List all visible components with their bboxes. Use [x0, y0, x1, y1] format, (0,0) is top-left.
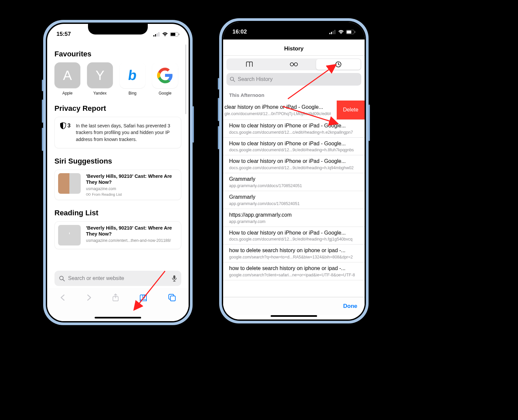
wifi-icon	[338, 30, 344, 34]
svg-point-8	[89, 193, 91, 195]
history-row[interactable]: How to clear history on iPhone or iPad -…	[223, 120, 365, 138]
history-row-url: google.com/search?q=how+to+d...RA5&biw=1…	[229, 255, 359, 259]
history-row-title: How to clear history on iPhone or iPad -…	[229, 122, 359, 129]
history-row[interactable]: how to delete search history on iphone o…	[223, 262, 365, 280]
svg-point-22	[290, 63, 294, 66]
reading-title: 'Beverly Hills, 90210' Cast: Where Are T…	[86, 225, 178, 237]
svg-rect-21	[355, 31, 355, 33]
svg-rect-15	[329, 33, 330, 34]
segment-reading-list[interactable]	[272, 59, 316, 70]
segmented-control[interactable]	[226, 58, 361, 70]
forward-icon[interactable]	[86, 294, 92, 301]
clock-icon	[335, 61, 342, 68]
history-row-url: app.grammarly.com/ddocs/1708524051	[229, 183, 359, 188]
favourite-bing[interactable]: b Bing	[120, 62, 145, 96]
history-row-url: app.grammarly.com	[229, 219, 359, 224]
history-row-title: https://app.grammarly.com	[229, 212, 359, 219]
suggestion-thumbnail	[58, 173, 81, 194]
history-row-title: how to delete search history on iphone o…	[229, 265, 359, 272]
svg-rect-0	[153, 35, 154, 36]
status-time: 15:57	[56, 31, 71, 37]
google-logo-icon	[157, 67, 173, 83]
search-history-field[interactable]: Search History	[226, 73, 361, 86]
history-row[interactable]: Grammarlyapp.grammarly.com/docs/17085240…	[223, 191, 365, 209]
bottom-bar: Search or enter website	[47, 288, 189, 321]
svg-point-23	[294, 63, 298, 66]
history-row-url: gle.com/document/d/12...0nTPOhqTj-LMoj8e…	[224, 111, 335, 116]
iphone-frame-right: 16:02 History	[219, 18, 369, 323]
search-icon	[230, 77, 235, 82]
svg-rect-3	[158, 32, 159, 36]
suggestion-origin: From Reading List	[86, 192, 178, 196]
reading-list-heading: Reading List	[54, 209, 181, 217]
status-time: 16:02	[232, 29, 247, 35]
back-icon[interactable]	[60, 294, 66, 301]
delete-button[interactable]: Delete	[337, 101, 365, 119]
scroll-indicator	[185, 44, 186, 114]
history-row[interactable]: Grammarlyapp.grammarly.com/ddocs/1708524…	[223, 173, 365, 191]
toolbar-bottom: Done	[223, 297, 365, 315]
history-row-url: docs.google.com/document/d/12...9c/edit#…	[229, 237, 359, 242]
cellular-icon	[329, 30, 336, 34]
favourite-yandex[interactable]: Y Yandex	[87, 62, 113, 96]
glasses-icon	[86, 193, 91, 196]
history-list[interactable]: clear history on iPhone or iPad - Google…	[223, 101, 365, 280]
siri-suggestions-heading: Siri Suggestions	[54, 157, 181, 166]
svg-rect-10	[173, 275, 175, 279]
favourite-google[interactable]: Google	[152, 62, 178, 96]
segment-history[interactable]	[316, 59, 361, 70]
address-placeholder: Search or enter website	[68, 275, 169, 281]
battery-icon	[346, 30, 355, 34]
svg-rect-1	[155, 34, 156, 36]
favourite-apple[interactable]: A Apple	[54, 62, 80, 96]
svg-rect-18	[334, 30, 335, 34]
bookmarks-icon[interactable]	[139, 294, 148, 301]
reading-thumbnail: '	[58, 225, 81, 245]
favourites-row: A Apple Y Yandex b Bing	[54, 62, 181, 96]
microphone-icon[interactable]	[172, 275, 177, 282]
history-row-title: Grammarly	[229, 176, 359, 183]
history-row[interactable]: how to delete search history on iphone o…	[223, 245, 365, 262]
segment-bookmarks[interactable]	[227, 59, 272, 70]
history-row[interactable]: How to clear history on iPhone or iPad -…	[223, 155, 365, 173]
search-history-placeholder: Search History	[238, 76, 273, 82]
battery-icon	[170, 32, 179, 36]
history-title: History	[223, 41, 365, 56]
history-row[interactable]: How to clear history on iPhone or iPad -…	[223, 138, 365, 156]
share-icon[interactable]	[112, 293, 119, 302]
reading-list-card[interactable]: ' 'Beverly Hills, 90210' Cast: Where Are…	[54, 221, 181, 249]
history-group-label: This Afternoon	[223, 86, 365, 101]
iphone-frame-left: 15:57 Favourites A Apple Y	[43, 20, 193, 325]
address-bar[interactable]: Search or enter website	[54, 271, 181, 286]
history-row-title: How to clear history on iPhone or iPad -…	[229, 140, 359, 147]
history-row[interactable]: https://app.grammarly.comapp.grammarly.c…	[223, 209, 365, 227]
suggestion-source: usmagazine.com	[86, 186, 178, 191]
svg-rect-5	[171, 33, 175, 36]
history-row[interactable]: clear history on iPhone or iPad - Google…	[223, 101, 365, 120]
tabs-icon[interactable]	[168, 294, 176, 302]
history-row-url: docs.google.com/document/d/12...c/edit#h…	[229, 130, 359, 135]
history-row-title: clear history on iPhone or iPad - Google…	[224, 104, 335, 111]
history-row-url: google.com/search?client=safari...ne+or+…	[229, 273, 359, 277]
wifi-icon	[162, 32, 168, 36]
history-row-url: app.grammarly.com/docs/1708524051	[229, 201, 359, 206]
history-row-title: Grammarly	[229, 194, 359, 201]
privacy-report-text: In the last seven days, Safari has preve…	[76, 122, 176, 143]
history-row-url: docs.google.com/document/d/12...9c/edit#…	[229, 148, 359, 152]
svg-rect-2	[157, 33, 158, 36]
search-icon	[59, 276, 65, 281]
privacy-shield-count: 3	[60, 122, 70, 129]
history-row[interactable]: How to clear history on iPhone or iPad -…	[223, 227, 365, 245]
shield-icon	[60, 122, 66, 129]
siri-suggestion-card[interactable]: 'Beverly Hills, 90210' Cast: Where Are T…	[54, 170, 181, 200]
svg-point-7	[86, 193, 88, 195]
done-button[interactable]: Done	[343, 303, 358, 310]
home-indicator[interactable]	[95, 317, 141, 318]
book-icon	[246, 61, 253, 67]
home-indicator[interactable]	[271, 315, 317, 317]
svg-point-9	[60, 276, 63, 280]
suggestion-title: 'Beverly Hills, 90210' Cast: Where Are T…	[86, 173, 178, 185]
history-row-url: docs.google.com/document/d/12...9c/edit#…	[229, 166, 359, 170]
privacy-report-card[interactable]: 3 In the last seven days, Safari has pre…	[54, 117, 181, 148]
glasses-icon	[290, 62, 298, 67]
